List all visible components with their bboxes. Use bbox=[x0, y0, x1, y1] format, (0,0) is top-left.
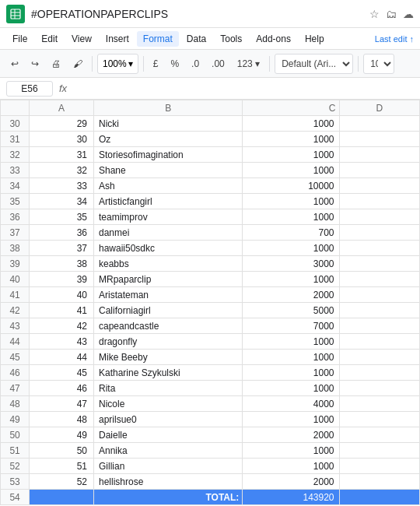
menu-addons[interactable]: Add-ons bbox=[250, 31, 297, 47]
cell-c[interactable]: 1000 bbox=[243, 459, 339, 474]
cell-c[interactable]: 1000 bbox=[243, 381, 339, 396]
cell-b[interactable]: aprilsue0 bbox=[93, 412, 242, 427]
cell-a[interactable] bbox=[30, 490, 94, 505]
cell-b[interactable]: Shane bbox=[93, 163, 242, 178]
print-button[interactable]: 🖨 bbox=[47, 56, 65, 72]
cell-b[interactable]: hawaii50sdkc bbox=[93, 241, 242, 256]
cell-c[interactable]: 1000 bbox=[243, 194, 339, 209]
cell-a[interactable]: 31 bbox=[30, 147, 94, 163]
cell-c[interactable]: 1000 bbox=[243, 132, 339, 147]
cell-c[interactable]: 2000 bbox=[243, 287, 339, 303]
cell-b[interactable]: keabbs bbox=[93, 256, 242, 272]
cell-b[interactable]: Ash bbox=[93, 178, 242, 194]
cell-b[interactable]: Aristateman bbox=[93, 287, 242, 303]
cell-b[interactable]: Katharine Szykulski bbox=[93, 365, 242, 381]
cell-b[interactable]: Storiesofimagination bbox=[93, 147, 242, 163]
cell-b[interactable]: dragonfly bbox=[93, 334, 242, 350]
cell-a[interactable]: 37 bbox=[30, 241, 94, 256]
zoom-control[interactable]: 100% ▾ bbox=[97, 54, 138, 74]
cell-c[interactable]: 3000 bbox=[243, 256, 339, 272]
cell-a[interactable]: 45 bbox=[30, 365, 94, 381]
redo-button[interactable]: ↪ bbox=[26, 56, 44, 72]
cell-c[interactable]: 4000 bbox=[243, 396, 339, 412]
cell-b[interactable]: Oz bbox=[93, 132, 242, 147]
cell-b[interactable]: Mike Beeby bbox=[93, 350, 242, 365]
cell-a[interactable]: 38 bbox=[30, 256, 94, 272]
cell-c[interactable]: 1000 bbox=[243, 163, 339, 178]
cell-c[interactable]: 1000 bbox=[243, 412, 339, 427]
cell-a[interactable]: 52 bbox=[30, 474, 94, 490]
font-size-select[interactable]: 10 bbox=[363, 54, 394, 74]
cell-c[interactable]: 5000 bbox=[243, 303, 339, 318]
cell-c-total[interactable]: 143920 bbox=[243, 490, 339, 505]
cell-a[interactable]: 33 bbox=[30, 178, 94, 194]
cell-c[interactable]: 2000 bbox=[243, 427, 339, 443]
menu-file[interactable]: File bbox=[6, 31, 33, 47]
cell-c[interactable]: 2000 bbox=[243, 474, 339, 490]
cell-b[interactable]: Californiagirl bbox=[93, 303, 242, 318]
last-edit-link[interactable]: Last edit ↑ bbox=[375, 34, 414, 44]
cell-a[interactable]: 44 bbox=[30, 350, 94, 365]
cell-b[interactable]: teamimprov bbox=[93, 209, 242, 225]
cell-a[interactable]: 49 bbox=[30, 427, 94, 443]
cell-a[interactable]: 29 bbox=[30, 116, 94, 132]
cell-a[interactable]: 42 bbox=[30, 318, 94, 334]
cell-b[interactable]: Annika bbox=[93, 443, 242, 459]
decimal0-button[interactable]: .0 bbox=[187, 56, 204, 72]
star-icon[interactable]: ☆ bbox=[369, 8, 380, 20]
cell-b[interactable]: Daielle bbox=[93, 427, 242, 443]
cell-b[interactable]: hellishrose bbox=[93, 474, 242, 490]
cell-c[interactable]: 1000 bbox=[243, 209, 339, 225]
cell-a[interactable]: 32 bbox=[30, 163, 94, 178]
cell-a[interactable]: 39 bbox=[30, 272, 94, 287]
menu-view[interactable]: View bbox=[65, 31, 98, 47]
cell-b[interactable]: Artisticfangirl bbox=[93, 194, 242, 209]
cell-c[interactable]: 1000 bbox=[243, 443, 339, 459]
currency-button[interactable]: £ bbox=[149, 56, 163, 72]
cell-a[interactable]: 34 bbox=[30, 194, 94, 209]
cell-b-total[interactable]: TOTAL: bbox=[93, 490, 242, 505]
cell-b[interactable]: danmei bbox=[93, 225, 242, 241]
cell-a[interactable]: 47 bbox=[30, 396, 94, 412]
cell-c[interactable]: 10000 bbox=[243, 178, 339, 194]
formula-input[interactable] bbox=[73, 83, 414, 94]
menu-edit[interactable]: Edit bbox=[35, 31, 64, 47]
undo-button[interactable]: ↩ bbox=[6, 56, 23, 72]
cell-c[interactable]: 1000 bbox=[243, 350, 339, 365]
cell-a[interactable]: 40 bbox=[30, 287, 94, 303]
cell-c[interactable]: 1000 bbox=[243, 147, 339, 163]
paint-format-button[interactable]: 🖌 bbox=[68, 56, 87, 72]
cell-b[interactable]: Nicole bbox=[93, 396, 242, 412]
cell-a[interactable]: 46 bbox=[30, 381, 94, 396]
menu-tools[interactable]: Tools bbox=[214, 31, 248, 47]
cell-a[interactable]: 43 bbox=[30, 334, 94, 350]
percent-button[interactable]: % bbox=[166, 56, 184, 72]
cell-b[interactable]: Nicki bbox=[93, 116, 242, 132]
cell-a[interactable]: 41 bbox=[30, 303, 94, 318]
cell-c[interactable]: 1000 bbox=[243, 116, 339, 132]
menu-insert[interactable]: Insert bbox=[100, 31, 135, 47]
cell-c[interactable]: 1000 bbox=[243, 272, 339, 287]
cell-b[interactable]: Gillian bbox=[93, 459, 242, 474]
cell-c[interactable]: 700 bbox=[243, 225, 339, 241]
cloud-icon[interactable]: ☁ bbox=[403, 8, 414, 20]
cell-a[interactable]: 48 bbox=[30, 412, 94, 427]
cell-c[interactable]: 1000 bbox=[243, 241, 339, 256]
cell-b[interactable]: MRpaparclip bbox=[93, 272, 242, 287]
cell-a[interactable]: 51 bbox=[30, 459, 94, 474]
decimal2-button[interactable]: .00 bbox=[207, 56, 229, 72]
number-format-button[interactable]: 123 ▾ bbox=[233, 56, 264, 72]
cell-reference-input[interactable] bbox=[6, 81, 53, 97]
cell-a[interactable]: 36 bbox=[30, 225, 94, 241]
cell-c[interactable]: 7000 bbox=[243, 318, 339, 334]
cell-a[interactable]: 50 bbox=[30, 443, 94, 459]
menu-data[interactable]: Data bbox=[180, 31, 212, 47]
menu-format[interactable]: Format bbox=[137, 31, 179, 47]
menu-help[interactable]: Help bbox=[299, 31, 331, 47]
folder-icon[interactable]: 🗂 bbox=[386, 8, 397, 20]
cell-a[interactable]: 30 bbox=[30, 132, 94, 147]
cell-b[interactable]: capeandcastle bbox=[93, 318, 242, 334]
cell-c[interactable]: 1000 bbox=[243, 365, 339, 381]
cell-a[interactable]: 35 bbox=[30, 209, 94, 225]
cell-b[interactable]: Rita bbox=[93, 381, 242, 396]
